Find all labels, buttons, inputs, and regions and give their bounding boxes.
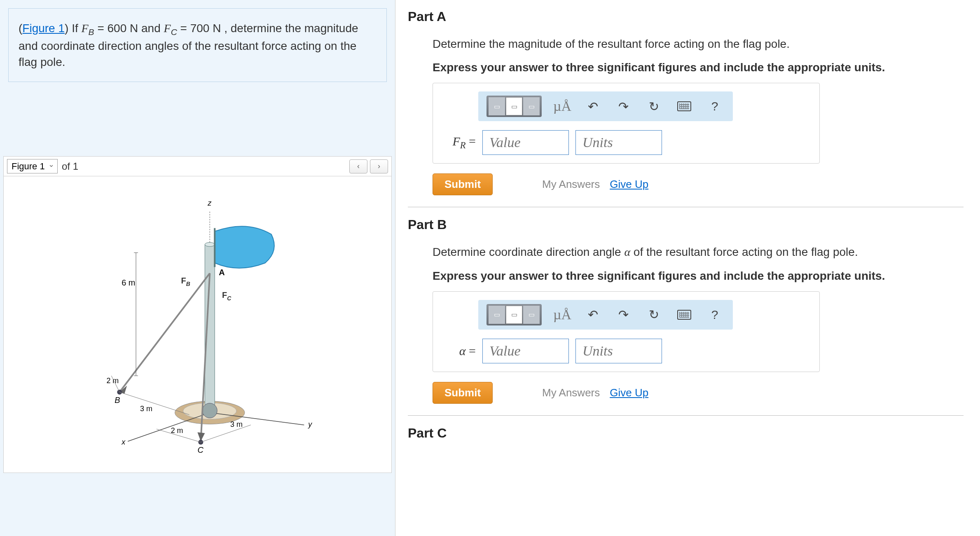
fb-eq: = 600 N and	[94, 22, 164, 35]
part-a-toolbar: ▭▭▭ µÅ ↶ ↷ ↻ ?	[478, 91, 733, 121]
part-b-title: Part B	[408, 217, 964, 232]
part-b-prompt: Determine coordinate direction angle α o…	[433, 244, 964, 260]
svg-text:B: B	[115, 396, 120, 405]
part-a-answer-box: ▭▭▭ µÅ ↶ ↷ ↻ ? FR =	[433, 83, 820, 164]
part-a-my-answers[interactable]: My Answers	[542, 178, 600, 191]
text: ) If	[65, 22, 81, 35]
fc-sub: C	[171, 27, 177, 37]
part-b-give-up[interactable]: Give Up	[610, 386, 648, 399]
figure-prev-button[interactable]: ‹	[349, 159, 367, 173]
part-b-value-input[interactable]	[482, 339, 569, 363]
svg-text:FC: FC	[222, 290, 232, 302]
part-b-links: My Answers Give Up	[542, 386, 648, 399]
undo-button-b[interactable]: ↶	[583, 305, 603, 325]
keyboard-icon	[677, 310, 691, 320]
svg-text:2 m: 2 m	[171, 427, 183, 435]
part-b-toolbar: ▭▭▭ µÅ ↶ ↷ ↻ ?	[478, 300, 733, 330]
svg-text:FB: FB	[181, 276, 190, 287]
part-a-prompt: Determine the magnitude of the resultant…	[433, 36, 964, 52]
part-b-units-input[interactable]	[575, 339, 662, 363]
reset-button[interactable]: ↻	[644, 96, 664, 116]
keyboard-icon	[677, 101, 691, 111]
svg-text:3 m: 3 m	[230, 421, 243, 429]
svg-text:x: x	[121, 438, 126, 447]
left-panel: (Figure 1) If FB = 600 N and FC = 700 N …	[0, 0, 395, 536]
figure-select[interactable]: Figure 1	[7, 159, 58, 173]
part-b-body: Determine coordinate direction angle α o…	[408, 244, 964, 403]
figure-body: y x z A FB FC	[3, 176, 392, 473]
part-b-var-label: α =	[443, 344, 476, 358]
figure-header: Figure 1 of 1 ‹ ›	[3, 156, 392, 176]
units-picker-button[interactable]: µÅ	[552, 96, 572, 116]
redo-button-b[interactable]: ↷	[613, 305, 633, 325]
right-panel: Part A Determine the magnitude of the re…	[395, 0, 980, 536]
svg-point-10	[202, 403, 217, 418]
part-a-units-input[interactable]	[575, 130, 662, 155]
part-a-input-row: FR =	[441, 130, 811, 155]
figure-diagram: y x z A FB FC	[42, 191, 353, 458]
part-b-instruction: Express your answer to three significant…	[433, 268, 964, 284]
help-button-b[interactable]: ?	[705, 305, 725, 325]
separator-2	[408, 415, 964, 416]
part-c-title: Part C	[408, 426, 964, 441]
reset-button-b[interactable]: ↻	[644, 305, 664, 325]
part-b-submit-button[interactable]: Submit	[433, 382, 493, 404]
part-a-value-input[interactable]	[482, 130, 569, 155]
redo-button[interactable]: ↷	[613, 96, 633, 116]
part-a-give-up[interactable]: Give Up	[610, 178, 648, 191]
svg-line-4	[128, 413, 210, 442]
svg-text:6 m: 6 m	[122, 278, 135, 287]
template-button[interactable]: ▭▭▭	[486, 96, 542, 117]
fb-sub: B	[89, 27, 94, 37]
part-a-instruction: Express your answer to three significant…	[433, 59, 964, 75]
figure-next-button[interactable]: ›	[370, 159, 388, 173]
part-a-title: Part A	[408, 9, 964, 24]
figure-link[interactable]: Figure 1	[22, 22, 65, 35]
keyboard-button-b[interactable]	[674, 305, 694, 325]
part-b-my-answers[interactable]: My Answers	[542, 386, 600, 399]
template-button-b[interactable]: ▭▭▭	[486, 304, 542, 325]
part-b-submit-row: Submit My Answers Give Up	[433, 382, 964, 404]
part-a-body: Determine the magnitude of the resultant…	[408, 36, 964, 195]
fb-var: F	[82, 22, 89, 35]
svg-line-34	[201, 425, 250, 442]
undo-button[interactable]: ↶	[583, 96, 603, 116]
part-b-input-row: α =	[441, 339, 811, 363]
units-picker-button-b[interactable]: µÅ	[552, 305, 572, 325]
figure-of-label: of 1	[62, 161, 78, 172]
fc-var: F	[164, 22, 171, 35]
svg-text:A: A	[219, 268, 225, 277]
svg-line-13	[119, 273, 210, 392]
part-a-submit-row: Submit My Answers Give Up	[433, 173, 964, 195]
svg-text:C: C	[197, 445, 203, 454]
part-a-submit-button[interactable]: Submit	[433, 173, 493, 195]
help-button[interactable]: ?	[705, 96, 725, 116]
svg-point-9	[205, 243, 215, 247]
keyboard-button[interactable]	[674, 96, 694, 116]
svg-text:z: z	[207, 199, 211, 207]
figure-nav: ‹ ›	[349, 159, 388, 173]
svg-text:y: y	[307, 421, 312, 429]
problem-statement: (Figure 1) If FB = 600 N and FC = 700 N …	[8, 8, 387, 82]
part-a-links: My Answers Give Up	[542, 178, 648, 191]
part-b-answer-box: ▭▭▭ µÅ ↶ ↷ ↻ ? α =	[433, 291, 820, 372]
part-a-var-label: FR =	[443, 134, 476, 151]
paren-open: (	[19, 22, 22, 35]
svg-text:3 m: 3 m	[140, 405, 152, 413]
separator-1	[408, 207, 964, 207]
svg-line-32	[119, 392, 189, 415]
